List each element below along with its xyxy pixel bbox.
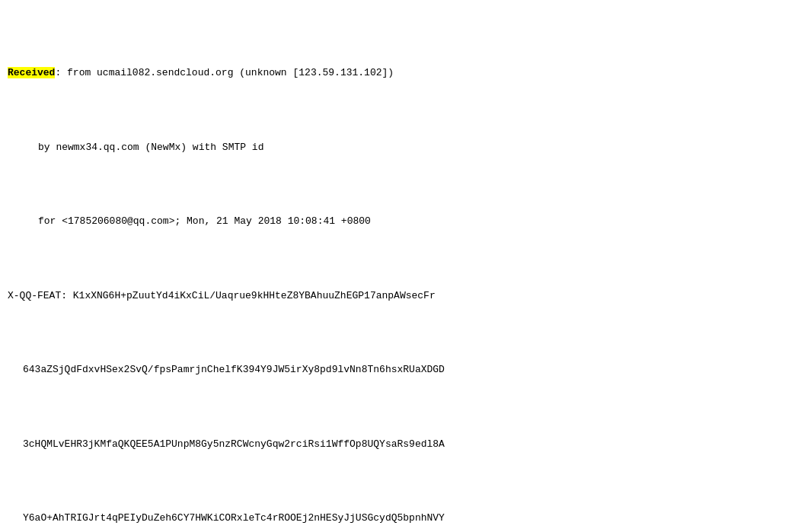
xqq-feat-cont3: Y6aO+AhTRIGJrt4qPEIyDuZeh6CY7HWKiCORxleT… xyxy=(8,511,787,526)
xqq-feat-cont1: 643aZSjQdFdxvHSex2SvQ/fpsPamrjnChelfK394… xyxy=(8,362,787,377)
email-raw-content: Received: from ucmail082.sendcloud.org (… xyxy=(0,0,795,532)
received-label-1: Received xyxy=(8,67,55,78)
xqq-feat-cont2: 3cHQMLvEHR3jKMfaQKQEE5A1PUnpM8Gy5nzRCWcn… xyxy=(8,437,787,452)
received-for-line: for <1785206080@qq.com>; Mon, 21 May 201… xyxy=(8,214,787,229)
received-line-1: Received: from ucmail082.sendcloud.org (… xyxy=(8,65,787,81)
xqq-feat-line: X-QQ-FEAT: K1xXNG6H+pZuutYd4iKxCiL/Uaqru… xyxy=(8,288,787,304)
received-text-1: : from ucmail082.sendcloud.org (unknown … xyxy=(55,67,394,78)
received-by-line: by newmx34.qq.com (NewMx) with SMTP id xyxy=(8,140,787,155)
